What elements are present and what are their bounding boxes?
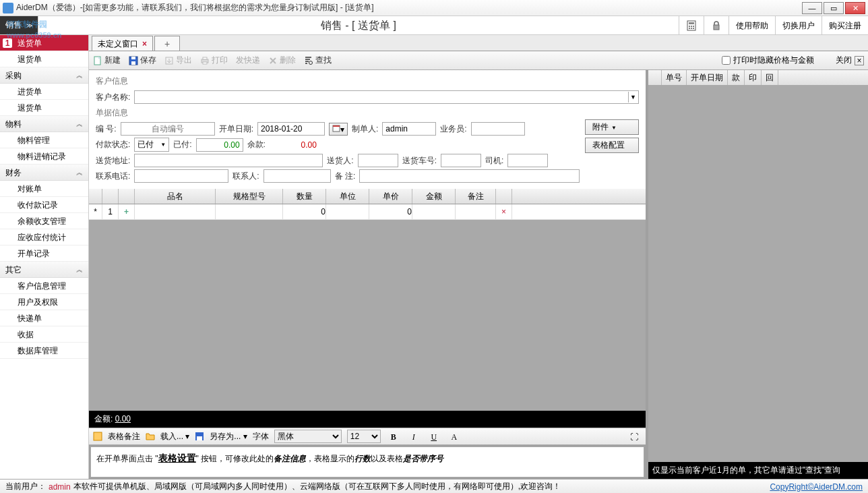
tab-close-icon[interactable]: ×	[142, 36, 147, 51]
ship-addr-input[interactable]	[134, 154, 323, 167]
remark-input[interactable]	[359, 169, 580, 183]
grid-column-header[interactable]: 备注	[456, 189, 496, 204]
doc-no-input[interactable]	[121, 122, 215, 136]
lock-icon	[711, 20, 722, 31]
remark-editor[interactable]: 在开单界面点击 "表格设置" 按钮，可修改此处的备注信息，表格显示的行数以及表格…	[90, 446, 644, 477]
history-column-header[interactable]: 单号	[662, 70, 687, 85]
export-button[interactable]: 导出	[164, 55, 192, 66]
sidebar-item[interactable]: 收据	[0, 326, 88, 343]
grid-column-header[interactable]	[496, 189, 512, 204]
grid-cell[interactable]	[412, 204, 456, 219]
date-picker-button[interactable]: ▾	[329, 123, 348, 136]
copyright-link[interactable]: CopyRight©AiderDM.com	[770, 482, 863, 492]
salesman-input[interactable]	[471, 122, 525, 136]
panel-close-button[interactable]: 关闭 ×	[836, 55, 864, 66]
sidebar-item[interactable]: 物料进销记录	[0, 148, 88, 165]
ship-car-input[interactable]	[441, 154, 481, 167]
help-button[interactable]: 使用帮助	[728, 16, 775, 34]
grid-cell[interactable]	[216, 204, 283, 219]
grid-cell[interactable]: 1	[102, 204, 119, 219]
sidebar-item[interactable]: 客户信息管理	[0, 278, 88, 294]
grid-column-header[interactable]: 数量	[283, 189, 326, 204]
sidebar-item[interactable]: 1送货单	[0, 35, 88, 51]
grid-cell[interactable]: *	[89, 204, 102, 219]
sidebar-category[interactable]: 物料︽	[0, 116, 88, 132]
maximize-button[interactable]: ▭	[824, 2, 844, 14]
grid-cell[interactable]	[456, 204, 496, 219]
delete-button[interactable]: 删除	[268, 55, 296, 66]
font-color-button[interactable]: A	[447, 430, 462, 443]
lock-button[interactable]	[704, 16, 728, 34]
contact-input[interactable]	[264, 169, 331, 183]
phone-input[interactable]	[134, 169, 228, 183]
load-button[interactable]: 载入... ▾	[160, 431, 189, 442]
customer-name-combo[interactable]: ▼	[134, 90, 639, 104]
module-menu[interactable]: 销售 ≫	[0, 16, 38, 34]
font-size-select[interactable]: 12	[347, 430, 381, 443]
history-column-header[interactable]: 款	[728, 70, 745, 85]
open-date-input[interactable]	[257, 122, 325, 136]
history-column-header[interactable]: 开单日期	[687, 70, 728, 85]
sidebar-item[interactable]: 对账单	[0, 181, 88, 197]
switch-user-button[interactable]: 切换用户	[775, 16, 822, 34]
fullscreen-button[interactable]: ⛶	[627, 430, 642, 443]
sidebar-item[interactable]: 收付款记录	[0, 197, 88, 213]
sidebar-category[interactable]: 其它︽	[0, 262, 88, 278]
new-button[interactable]: 新建	[93, 55, 121, 66]
grid-row[interactable]: *1+00×	[89, 204, 646, 220]
sidebar-item[interactable]: 应收应付统计	[0, 229, 88, 245]
grid-cell[interactable]: 0	[369, 204, 412, 219]
grid-cell[interactable]	[326, 204, 369, 219]
saveas-button[interactable]: 另存为... ▾	[210, 431, 247, 442]
maker-input[interactable]	[382, 122, 436, 136]
sidebar-item[interactable]: 物料管理	[0, 132, 88, 148]
hide-price-checkbox[interactable]: 打印时隐藏价格与金额	[722, 55, 814, 66]
sidebar-item[interactable]: 退货单	[0, 51, 88, 67]
add-line-button[interactable]: +	[119, 204, 135, 219]
close-button[interactable]: ✕	[845, 2, 865, 14]
bold-button[interactable]: B	[386, 430, 401, 443]
sidebar-item[interactable]: 用户及权限	[0, 294, 88, 310]
sidebar-item[interactable]: 余额收支管理	[0, 213, 88, 229]
attachment-button[interactable]: 附件▼	[585, 119, 639, 135]
sidebar-item[interactable]: 数据库管理	[0, 343, 88, 359]
paid-input[interactable]	[196, 138, 243, 152]
shipper-input[interactable]	[358, 154, 398, 167]
history-column-header[interactable]: 回	[762, 70, 778, 85]
sidebar-item[interactable]: 退货单	[0, 100, 88, 116]
grid-cell[interactable]	[135, 204, 216, 219]
calculator-button[interactable]	[679, 16, 704, 34]
dropdown-arrow-icon[interactable]: ▼	[628, 92, 638, 103]
grid-column-header[interactable]: 品名	[135, 189, 216, 204]
minimize-button[interactable]: —	[802, 2, 822, 14]
pay-status-combo[interactable]: 已付▼	[134, 138, 169, 152]
save-button[interactable]: 保存	[129, 55, 156, 66]
grid-column-header[interactable]	[89, 189, 102, 204]
tab-add-button[interactable]: +	[154, 36, 180, 51]
delete-line-button[interactable]: ×	[496, 204, 512, 219]
grid-column-header[interactable]: 单价	[369, 189, 412, 204]
grid-column-header[interactable]: 金额	[412, 189, 456, 204]
grid-column-header[interactable]: 规格型号	[216, 189, 283, 204]
tab-undefined[interactable]: 未定义窗口 ×	[92, 36, 153, 51]
table-config-button[interactable]: 表格配置	[585, 138, 639, 153]
sidebar-category[interactable]: 采购︽	[0, 67, 88, 84]
buy-register-button[interactable]: 购买注册	[822, 16, 868, 34]
history-column-header[interactable]: 印	[745, 70, 762, 85]
grid-column-header[interactable]	[102, 189, 119, 204]
sidebar-item[interactable]: 进货单	[0, 84, 88, 100]
express-button[interactable]: 发快递	[236, 55, 260, 66]
grid-column-header[interactable]: 单位	[326, 189, 369, 204]
print-button[interactable]: 打印	[200, 55, 228, 66]
sidebar-item[interactable]: 开单记录	[0, 245, 88, 262]
font-family-select[interactable]: 黑体	[274, 430, 342, 443]
driver-input[interactable]	[507, 154, 548, 167]
grid-column-header[interactable]	[119, 189, 135, 204]
sidebar-item[interactable]: 快递单	[0, 310, 88, 326]
customer-name-input[interactable]	[134, 90, 639, 104]
sidebar-category[interactable]: 财务︽	[0, 165, 88, 181]
underline-button[interactable]: U	[427, 430, 441, 443]
italic-button[interactable]: I	[406, 430, 421, 443]
grid-cell[interactable]: 0	[283, 204, 326, 219]
find-button[interactable]: 查找	[304, 55, 332, 66]
